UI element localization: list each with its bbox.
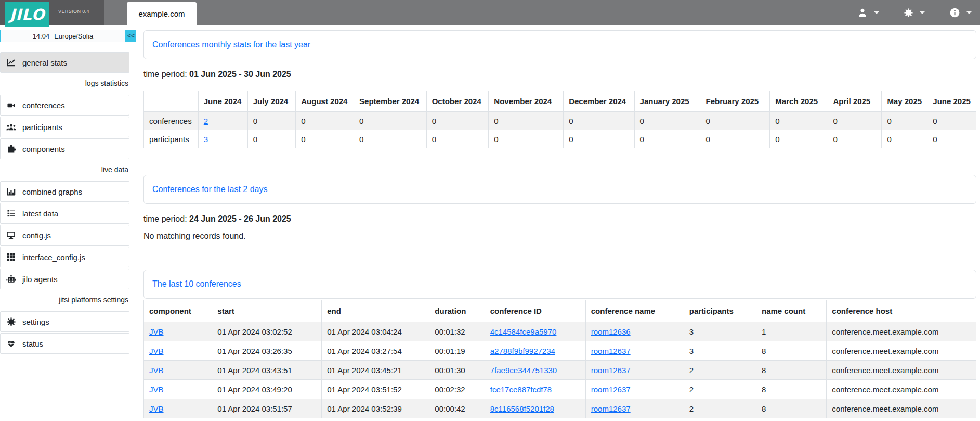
gear-menu[interactable] xyxy=(904,8,925,17)
table-cell: JVB xyxy=(144,322,212,341)
monthly-stats-card-header: Conferences monthly stats for the last y… xyxy=(143,30,976,59)
sidebar-item-status[interactable]: status xyxy=(0,333,129,354)
table-cell: 0 xyxy=(247,130,296,148)
table-cell: room12637 xyxy=(585,399,684,418)
table-cell: 1 xyxy=(756,322,827,341)
table-cell: 7fae9ce344751330 xyxy=(485,361,585,380)
table-cell: 0 xyxy=(700,112,770,130)
table-cell: 00:01:30 xyxy=(429,361,485,380)
table-row: JVB01 Apr 2024 03:51:5701 Apr 2024 03:52… xyxy=(144,399,976,418)
table-cell: 0 xyxy=(354,112,427,130)
table-cell: JVB xyxy=(144,341,212,361)
clock-timezone: Europe/Sofia xyxy=(54,32,93,40)
column-header: December 2024 xyxy=(564,91,634,112)
conference-id-link[interactable]: a2788f9bf9927234 xyxy=(490,347,555,355)
table-cell: 2 xyxy=(684,380,756,399)
sidebar-item-settings[interactable]: settings xyxy=(0,311,129,332)
sidebar-item-components[interactable]: components xyxy=(0,138,129,159)
table-cell: 0 xyxy=(564,112,634,130)
table-cell: room12637 xyxy=(585,341,684,361)
table-cell: JVB xyxy=(144,361,212,380)
sidebar-item-label: status xyxy=(22,339,43,348)
conference-id-link[interactable]: 7fae9ce344751330 xyxy=(490,366,557,375)
table-cell: 3 xyxy=(198,130,247,148)
column-header: March 2025 xyxy=(770,91,828,112)
table-cell: 2 xyxy=(684,399,756,418)
table-cell: conference.meet.example.com xyxy=(827,380,976,399)
logo-text: JILO xyxy=(10,6,45,23)
column-header: participants xyxy=(684,300,756,322)
sidebar-item-label: general stats xyxy=(22,58,67,67)
conference-name-link[interactable]: room12636 xyxy=(591,327,631,336)
table-cell: 0 xyxy=(489,112,564,130)
caret-down-icon xyxy=(874,11,879,14)
component-link[interactable]: JVB xyxy=(149,385,164,394)
conference-id-link[interactable]: 4c14584fce9a5970 xyxy=(490,327,557,336)
monthly-count-link[interactable]: 3 xyxy=(204,135,208,144)
monthly-count-link[interactable]: 2 xyxy=(204,117,208,125)
table-cell: 2 xyxy=(198,112,247,130)
table-cell: JVB xyxy=(144,380,212,399)
component-link[interactable]: JVB xyxy=(149,404,164,413)
table-cell: 0 xyxy=(770,130,828,148)
sidebar-item-config-js[interactable]: config.js xyxy=(0,225,129,246)
column-header xyxy=(144,91,199,112)
table-row: conferences2000000000000 xyxy=(144,112,976,130)
sidebar-item-participants[interactable]: participants xyxy=(0,117,129,137)
tab-label: example.com xyxy=(138,9,185,18)
list-icon xyxy=(6,209,16,218)
table-cell: room12636 xyxy=(585,322,684,341)
sidebar-item-interface-config-js[interactable]: interface_config.js xyxy=(0,247,129,267)
table-cell: 8 xyxy=(756,341,827,361)
table-cell: 0 xyxy=(634,130,700,148)
table-cell: 00:00:42 xyxy=(429,399,485,418)
user-menu[interactable] xyxy=(858,8,879,17)
table-cell: 0 xyxy=(770,112,828,130)
conference-id-link[interactable]: fce17ce887fcdf78 xyxy=(490,385,552,394)
table-cell: 3 xyxy=(684,322,756,341)
no-records-message: No matching records found. xyxy=(143,232,976,241)
app-logo: JILO xyxy=(5,2,49,27)
table-cell: 2 xyxy=(684,361,756,380)
column-header: October 2024 xyxy=(426,91,489,112)
version-label: VERSION 0.4 xyxy=(58,9,89,14)
table-row: JVB01 Apr 2024 03:43:5101 Apr 2024 03:45… xyxy=(144,361,976,380)
conference-name-link[interactable]: room12637 xyxy=(591,366,631,375)
tab-example-com[interactable]: example.com xyxy=(127,2,197,25)
sidebar-item-general-stats[interactable]: general stats xyxy=(0,52,129,73)
sidebar-item-conferences[interactable]: conferences xyxy=(0,95,129,116)
component-link[interactable]: JVB xyxy=(149,366,164,375)
conference-id-link[interactable]: 8c116568f5201f28 xyxy=(490,404,554,413)
component-link[interactable]: JVB xyxy=(149,347,164,355)
last10-card-header: The last 10 conferences xyxy=(143,270,976,299)
column-header: conference name xyxy=(585,300,684,322)
table-cell: 01 Apr 2024 03:27:54 xyxy=(322,341,429,361)
sidebar-collapse-button[interactable]: << xyxy=(126,30,136,42)
conference-name-link[interactable]: room12637 xyxy=(591,404,631,413)
sidebar-item-label: interface_config.js xyxy=(22,253,85,262)
info-menu[interactable] xyxy=(950,8,972,18)
conference-name-link[interactable]: room12637 xyxy=(591,385,631,394)
topbar: JILO VERSION 0.4 example.com xyxy=(0,0,980,25)
table-cell: 8 xyxy=(756,361,827,380)
sidebar-menu: general statslogs statisticsconferencesp… xyxy=(0,52,129,354)
column-header: May 2025 xyxy=(882,91,927,112)
table-cell: 00:02:32 xyxy=(429,380,485,399)
table-cell: room12637 xyxy=(585,380,684,399)
table-row: JVB01 Apr 2024 03:49:2001 Apr 2024 03:51… xyxy=(144,380,976,399)
sidebar-item-jilo-agents[interactable]: jilo agents xyxy=(0,269,129,289)
column-header: September 2024 xyxy=(354,91,427,112)
column-header: July 2024 xyxy=(247,91,296,112)
table-cell: 01 Apr 2024 03:51:52 xyxy=(322,380,429,399)
conference-name-link[interactable]: room12637 xyxy=(591,347,631,355)
clock-time: 14:04 xyxy=(33,32,50,40)
sidebar-item-combined-graphs[interactable]: combined graphs xyxy=(0,181,129,202)
robot-icon xyxy=(6,275,16,283)
table-row: participants3000000000000 xyxy=(144,130,976,148)
column-header: November 2024 xyxy=(489,91,564,112)
user-icon xyxy=(858,8,867,17)
table-cell: 01 Apr 2024 03:52:39 xyxy=(322,399,429,418)
clock-widget: 14:04 Europe/Sofia xyxy=(0,30,126,42)
sidebar-item-latest-data[interactable]: latest data xyxy=(0,203,129,224)
component-link[interactable]: JVB xyxy=(149,327,164,336)
